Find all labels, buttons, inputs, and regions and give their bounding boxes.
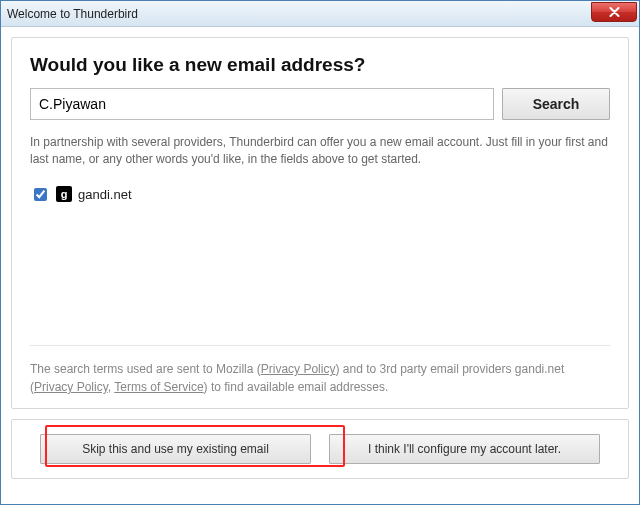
configure-later-button[interactable]: I think I'll configure my account later. (329, 434, 600, 464)
titlebar: Welcome to Thunderbird (1, 1, 639, 27)
search-button[interactable]: Search (502, 88, 610, 120)
content-area: Would you like a new email address? Sear… (11, 37, 629, 490)
button-bar: Skip this and use my existing email I th… (11, 419, 629, 479)
gandi-icon: g (56, 186, 72, 202)
provider-row: g gandi.net (30, 185, 610, 204)
dialog-window: Welcome to Thunderbird Would you like a … (0, 0, 640, 505)
skip-button[interactable]: Skip this and use my existing email (40, 434, 311, 464)
page-heading: Would you like a new email address? (30, 54, 610, 76)
provider-name: gandi.net (78, 187, 132, 202)
provider-privacy-link[interactable]: Privacy Policy (34, 380, 108, 394)
description-text: In partnership with several providers, T… (30, 134, 610, 169)
window-title: Welcome to Thunderbird (7, 7, 138, 21)
provider-tos-link[interactable]: Terms of Service (114, 380, 203, 394)
mozilla-privacy-link[interactable]: Privacy Policy (261, 362, 336, 376)
search-row: Search (30, 88, 610, 120)
provider-checkbox[interactable] (34, 188, 47, 201)
main-panel: Would you like a new email address? Sear… (11, 37, 629, 409)
legal-text: The search terms used are sent to Mozill… (30, 345, 610, 396)
close-icon (609, 7, 620, 17)
close-button[interactable] (591, 2, 637, 22)
name-input[interactable] (30, 88, 494, 120)
